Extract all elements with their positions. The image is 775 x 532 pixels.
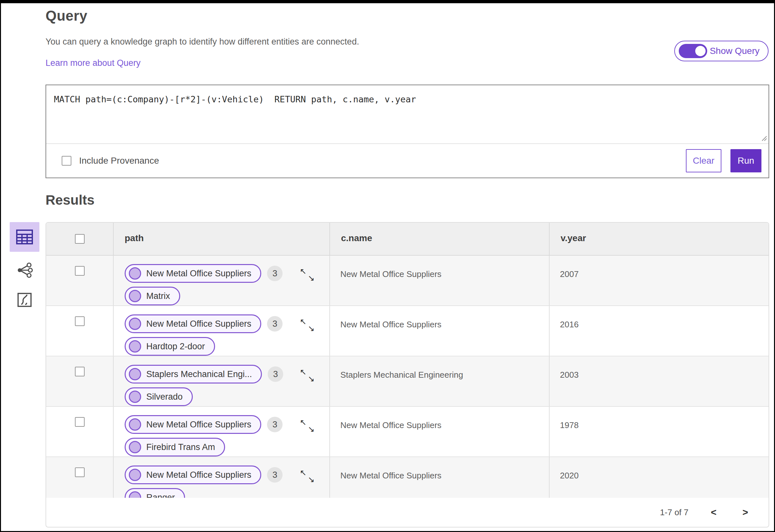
arrow-nw-icon: ↖	[300, 368, 306, 376]
path-cell: New Metal Office Suppliers 3 Firebird Tr…	[113, 407, 329, 456]
node-dot-icon	[129, 267, 141, 280]
node-dot-icon	[129, 469, 141, 481]
row-checkbox[interactable]	[75, 266, 85, 276]
pagination-prev-icon[interactable]: <	[707, 507, 720, 518]
path-count-badge: 3	[267, 417, 282, 432]
row-checkbox[interactable]	[75, 367, 85, 376]
results-table: path c.name v.year New Metal Office Supp…	[46, 222, 769, 527]
arrow-se-icon: ↘	[308, 476, 314, 484]
path-node-pill-2[interactable]: Matrix	[125, 287, 180, 305]
node-dot-icon	[129, 290, 141, 302]
query-page: Query You can query a knowledge graph to…	[46, 3, 769, 531]
path-count-badge: 3	[268, 366, 283, 382]
route-box-icon	[17, 292, 32, 308]
arrow-se-icon: ↘	[308, 375, 314, 383]
path-node-pill-2-label: Hardtop 2-door	[146, 342, 205, 352]
cell-cname: Staplers Mechanical Engineering	[329, 356, 549, 406]
sidebar-item-map-view[interactable]	[10, 289, 39, 311]
results-title: Results	[46, 192, 95, 208]
table-icon	[16, 229, 33, 245]
arrow-se-icon: ↘	[308, 324, 314, 333]
pagination-range: 1-7 of 7	[660, 507, 688, 517]
query-editor-panel: MATCH path=(c:Company)-[r*2]-(v:Vehicle)…	[46, 85, 769, 178]
column-header-cname: c.name	[330, 223, 549, 243]
pagination-next-icon[interactable]: >	[739, 507, 752, 518]
toggle-switch-icon[interactable]	[679, 44, 707, 58]
path-node-pill-1[interactable]: New Metal Office Suppliers	[125, 264, 261, 283]
table-header-row: path c.name v.year	[46, 223, 769, 256]
row-checkbox[interactable]	[75, 316, 85, 326]
path-node-pill-2[interactable]: Silverado	[125, 387, 193, 406]
run-button[interactable]: Run	[730, 149, 761, 172]
expand-path-icon[interactable]: ↖ ↘	[300, 368, 315, 384]
table-row: Staplers Mechanical Engi... 3 Silverado …	[46, 356, 769, 407]
table-body: New Metal Office Suppliers 3 Matrix ↖ ↘ …	[46, 256, 769, 499]
expand-path-icon[interactable]: ↖ ↘	[300, 418, 315, 434]
node-dot-icon	[129, 340, 141, 353]
table-row: New Metal Office Suppliers 3 Matrix ↖ ↘ …	[46, 256, 769, 306]
select-all-checkbox[interactable]	[75, 234, 85, 244]
path-node-pill-1[interactable]: New Metal Office Suppliers	[125, 314, 261, 333]
include-provenance-label: Include Provenance	[79, 156, 159, 166]
node-dot-icon	[129, 391, 141, 403]
cell-cname: New Metal Office Suppliers	[329, 457, 549, 498]
table-row: New Metal Office Suppliers 3 Firebird Tr…	[46, 407, 769, 457]
expand-path-icon[interactable]: ↖ ↘	[300, 469, 315, 484]
path-node-pill-1[interactable]: Staplers Mechanical Engi...	[125, 365, 262, 384]
path-count-badge: 3	[267, 266, 282, 281]
path-cell: New Metal Office Suppliers 3 Ranger ↖ ↘	[113, 457, 329, 498]
arrow-nw-icon: ↖	[300, 469, 306, 477]
cell-vyear: 2003	[549, 356, 769, 406]
cell-cname: New Metal Office Suppliers	[329, 407, 549, 456]
cell-cname: New Metal Office Suppliers	[329, 256, 549, 305]
arrow-nw-icon: ↖	[300, 418, 306, 426]
expand-path-icon[interactable]: ↖ ↘	[300, 318, 315, 333]
path-node-pill-1-label: Staplers Mechanical Engi...	[146, 369, 252, 379]
path-count-badge: 3	[267, 316, 282, 332]
path-cell: Staplers Mechanical Engi... 3 Silverado …	[113, 356, 329, 406]
path-node-pill-1-label: New Metal Office Suppliers	[146, 269, 251, 279]
path-node-pill-2-label: Firebird Trans Am	[146, 442, 215, 452]
expand-path-icon[interactable]: ↖ ↘	[300, 267, 315, 283]
table-footer: 1-7 of 7 < >	[46, 498, 769, 527]
show-query-toggle[interactable]: Show Query	[674, 41, 769, 61]
arrow-nw-icon: ↖	[300, 267, 306, 275]
path-cell: New Metal Office Suppliers 3 Matrix ↖ ↘	[113, 256, 329, 305]
node-dot-icon	[129, 418, 141, 431]
query-input[interactable]: MATCH path=(c:Company)-[r*2]-(v:Vehicle)…	[46, 85, 769, 143]
table-row: New Metal Office Suppliers 3 Hardtop 2-d…	[46, 306, 769, 356]
include-provenance-checkbox[interactable]	[62, 156, 71, 166]
sidebar-item-graph-view[interactable]	[10, 259, 39, 281]
learn-more-link[interactable]: Learn more about Query	[46, 58, 140, 68]
column-header-vyear: v.year	[550, 223, 769, 243]
path-node-pill-1-label: New Metal Office Suppliers	[146, 420, 251, 430]
path-node-pill-2-label: Silverado	[146, 392, 183, 402]
row-checkbox[interactable]	[75, 417, 85, 427]
path-count-badge: 3	[267, 467, 282, 483]
path-node-pill-2[interactable]: Hardtop 2-door	[125, 337, 215, 356]
path-node-pill-2-label: Matrix	[146, 291, 170, 301]
path-cell: New Metal Office Suppliers 3 Hardtop 2-d…	[113, 306, 329, 356]
cell-vyear: 2016	[549, 306, 769, 356]
path-node-pill-1-label: New Metal Office Suppliers	[146, 319, 251, 329]
column-header-path: path	[114, 223, 329, 243]
path-node-pill-1[interactable]: New Metal Office Suppliers	[125, 465, 261, 484]
path-node-pill-2[interactable]: Firebird Trans Am	[125, 438, 225, 456]
path-node-pill-1[interactable]: New Metal Office Suppliers	[125, 415, 261, 434]
cell-vyear: 2020	[549, 457, 769, 498]
table-row: New Metal Office Suppliers 3 Ranger ↖ ↘ …	[46, 457, 769, 499]
row-checkbox[interactable]	[75, 467, 85, 477]
page-description: You can query a knowledge graph to ident…	[46, 37, 359, 47]
path-node-pill-2[interactable]: Ranger	[125, 488, 185, 499]
view-switcher-sidebar	[10, 222, 41, 311]
show-query-label: Show Query	[710, 46, 760, 56]
sidebar-item-table-view[interactable]	[10, 222, 39, 252]
query-actions-bar: Include Provenance Clear Run	[46, 143, 769, 178]
node-dot-icon	[129, 318, 141, 330]
page-title: Query	[46, 8, 87, 24]
resize-grip-icon[interactable]	[760, 134, 767, 141]
path-node-pill-1-label: New Metal Office Suppliers	[146, 470, 251, 480]
clear-button[interactable]: Clear	[686, 149, 721, 172]
cell-vyear: 2007	[549, 256, 769, 305]
arrow-se-icon: ↘	[308, 425, 314, 433]
